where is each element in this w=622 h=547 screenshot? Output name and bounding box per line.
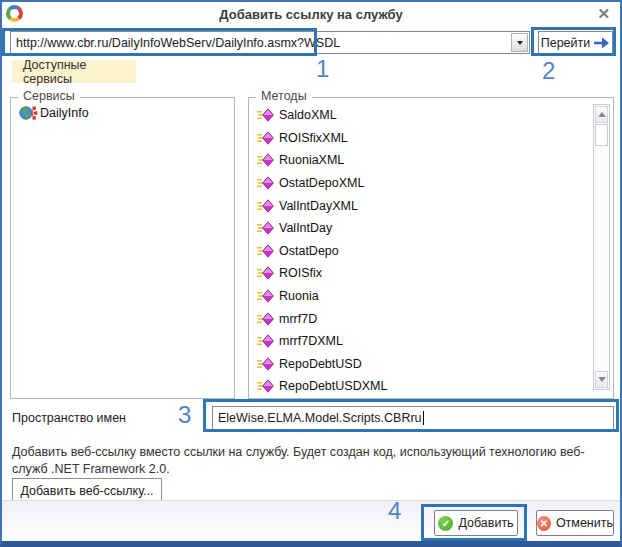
title-bar: Добавить ссылку на службу ✕ [2, 2, 620, 27]
text-cursor [423, 411, 424, 425]
cancel-button[interactable]: ✕ Отменить [536, 510, 614, 536]
x-circle-icon: ✕ [537, 516, 551, 531]
method-icon [257, 289, 274, 303]
chevron-down-icon [517, 41, 523, 45]
method-icon [257, 266, 274, 280]
arrow-right-icon [593, 37, 610, 49]
triangle-up-icon [598, 108, 606, 117]
method-icon [257, 221, 274, 235]
method-item[interactable]: OstatDepo [257, 240, 589, 263]
namespace-input[interactable]: EleWise.ELMA.Model.Scripts.CBRru [212, 406, 614, 430]
service-url-combobox[interactable]: http://www.cbr.ru/DailyInfoWebServ/Daily… [10, 31, 530, 54]
method-icon [257, 199, 274, 213]
method-label: OstatDepoXML [279, 176, 364, 190]
method-icon [257, 108, 274, 122]
method-item[interactable]: OstatDepoXML [257, 172, 589, 195]
method-label: mrrf7DXML [279, 334, 343, 348]
method-label: ROISfixXML [279, 131, 348, 145]
service-item-label: DailyInfo [40, 106, 89, 120]
close-icon[interactable]: ✕ [597, 6, 610, 21]
method-item[interactable]: ValIntDay [257, 217, 589, 240]
methods-scrollbar[interactable] [593, 104, 610, 390]
namespace-label: Пространство имен [12, 411, 126, 425]
method-item[interactable]: mrrf7D [257, 307, 589, 330]
method-item[interactable]: ROISfixXML [257, 127, 589, 150]
method-label: ValIntDayXML [279, 199, 358, 213]
combobox-dropdown-button[interactable] [511, 33, 528, 52]
method-icon [257, 379, 274, 393]
scroll-down-button[interactable] [595, 371, 608, 388]
method-item[interactable]: ValIntDayXML [257, 194, 589, 217]
service-url-value: http://www.cbr.ru/DailyInfoWebServ/Daily… [11, 36, 340, 50]
method-icon [257, 334, 274, 348]
method-item[interactable]: RuoniaXML [257, 149, 589, 172]
triangle-down-icon [598, 377, 606, 386]
dialog-title: Добавить ссылку на службу [2, 7, 620, 22]
method-item[interactable]: Ruonia [257, 285, 589, 308]
add-button[interactable]: ✓ Добавить [434, 510, 518, 536]
add-button-label: Добавить [458, 516, 513, 530]
service-item-dailyinfo[interactable]: DailyInfo [19, 105, 89, 121]
add-service-reference-dialog: Добавить ссылку на службу ✕ http://www.c… [0, 0, 622, 547]
method-item[interactable]: SaldoXML [257, 104, 589, 127]
scroll-up-button[interactable] [595, 106, 608, 123]
methods-panel: Методы SaldoXML [248, 97, 614, 399]
annotation-number-2: 2 [542, 57, 555, 85]
method-item[interactable]: RepoDebtUSDXML [257, 375, 589, 396]
annotation-number-1: 1 [316, 55, 329, 83]
method-label: SaldoXML [279, 108, 337, 122]
check-circle-icon: ✓ [438, 516, 453, 531]
namespace-value: EleWise.ELMA.Model.Scripts.CBRru [218, 411, 422, 425]
tab-label: Доступные сервисы [23, 58, 136, 86]
method-item[interactable]: RepoDebtUSD [257, 353, 589, 376]
method-item[interactable]: ROISfix [257, 262, 589, 285]
method-icon [257, 312, 274, 326]
method-icon [257, 153, 274, 167]
method-label: OstatDepo [279, 244, 339, 258]
scrollbar-thumb[interactable] [595, 124, 608, 146]
annotation-number-3: 3 [178, 401, 191, 429]
go-button-label: Перейти [541, 36, 591, 50]
method-icon [257, 131, 274, 145]
method-icon [257, 357, 274, 371]
tab-available-services[interactable]: Доступные сервисы [12, 60, 136, 83]
method-label: mrrf7D [279, 312, 317, 326]
go-button[interactable]: Перейти [538, 31, 613, 54]
method-label: RuoniaXML [279, 153, 344, 167]
method-label: ValIntDay [279, 221, 332, 235]
method-icon [257, 244, 274, 258]
method-item[interactable]: mrrf7DXML [257, 330, 589, 353]
method-icon [257, 176, 274, 190]
methods-list: SaldoXML ROISfixXML [257, 104, 589, 396]
services-panel-title: Сервисы [18, 89, 80, 103]
web-service-globe-icon [19, 105, 38, 121]
services-panel: Сервисы DailyInfo [10, 97, 235, 399]
methods-panel-title: Методы [256, 89, 312, 103]
method-label: ROISfix [279, 266, 322, 280]
web-reference-description: Добавить веб-ссылку вместо ссылки на слу… [12, 444, 612, 478]
method-label: RepoDebtUSDXML [279, 379, 387, 393]
method-label: Ruonia [279, 289, 319, 303]
footer-bar [2, 500, 620, 541]
method-label: RepoDebtUSD [279, 357, 362, 371]
cancel-button-label: Отменить [556, 516, 613, 530]
